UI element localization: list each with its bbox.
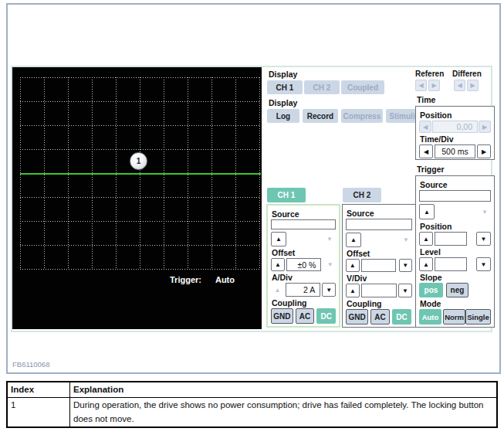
timediv-next-button[interactable]: ▶ — [477, 144, 491, 158]
trigger-position-down-button[interactable]: ▼ — [476, 232, 491, 246]
ch2-panel: Source ▲ ▼ Offset ▲ ▼ V/Div ▲ ▼ Coupling… — [342, 204, 416, 328]
explanation-column-header: Explanation — [70, 382, 498, 398]
trigger-source-down-button[interactable]: ▼ — [479, 206, 491, 217]
time-position-control: ◀ 0,00 ▶ — [419, 121, 491, 133]
display-ch2-button[interactable]: CH 2 — [304, 80, 340, 94]
ch2-tab-button[interactable]: CH 2 — [343, 188, 381, 202]
scope-display: 1 Trigger: Auto — [12, 67, 262, 329]
time-position-label: Position — [420, 110, 491, 120]
mode-single-button[interactable]: Single — [465, 309, 491, 325]
differen-prev-button[interactable]: ◀ — [454, 80, 465, 91]
down-arrow-icon: ▼ — [481, 236, 487, 243]
ch1-coupling-label: Coupling — [272, 298, 336, 308]
ch1-offset-down-button[interactable]: ▼ — [324, 260, 336, 270]
ch1-source-field[interactable] — [271, 219, 336, 229]
ch2-dc-button[interactable]: DC — [392, 309, 411, 325]
trigger-status: Trigger: Auto — [170, 275, 235, 284]
ch1-source-down-button[interactable]: ▼ — [323, 234, 336, 245]
scope-trace-line — [20, 173, 261, 175]
right-arrow-icon: ▶ — [431, 82, 436, 89]
time-position-prev-button[interactable]: ◀ — [419, 121, 431, 133]
ch2-offset-field[interactable] — [361, 259, 396, 272]
display-coupled-button[interactable]: Coupled — [341, 80, 384, 94]
ch1-dc-button[interactable]: DC — [316, 308, 336, 324]
ch2-ac-button[interactable]: AC — [370, 309, 390, 325]
ch1-offset-field[interactable]: ±0 % — [286, 258, 321, 271]
figure-caption: FB6110068 — [12, 360, 49, 369]
referen-next-button[interactable]: ▶ — [428, 80, 440, 91]
timediv-value[interactable]: 500 ms — [435, 144, 475, 158]
ch2-gnd-button[interactable]: GND — [346, 309, 368, 325]
trigger-level-label: Level — [420, 247, 491, 257]
timediv-control: ◀ 500 ms ▶ — [419, 144, 491, 158]
differen-next-button[interactable]: ▶ — [467, 80, 479, 91]
trigger-mode-control: Auto Norm Single — [419, 309, 491, 325]
ch2-coupling-label: Coupling — [347, 299, 412, 308]
up-arrow-icon: ▲ — [274, 287, 280, 294]
ch1-offset-up-button[interactable]: ▲ — [271, 258, 285, 271]
up-arrow-icon: ▲ — [423, 236, 429, 243]
up-arrow-icon: ▲ — [350, 236, 357, 243]
trigger-level-up-button[interactable]: ▲ — [419, 257, 433, 271]
trigger-position-label: Position — [420, 222, 491, 231]
up-arrow-icon: ▲ — [423, 261, 429, 268]
ch1-panel: Source ▲ ▼ Offset ▲ ±0 % ▼ A/Div ▲ 2 A ▼… — [266, 204, 340, 328]
index-column-header: Index — [7, 382, 70, 398]
compress-button[interactable]: Compress — [341, 109, 383, 123]
ch2-vdiv-field[interactable] — [361, 284, 397, 297]
ch1-adiv-field[interactable]: 2 A — [286, 283, 321, 297]
trigger-level-control: ▲ ▼ — [419, 257, 491, 271]
slope-neg-button[interactable]: neg — [446, 283, 468, 297]
ch1-ac-button[interactable]: AC — [296, 308, 315, 324]
record-button[interactable]: Record — [303, 109, 338, 123]
up-arrow-icon: ▲ — [276, 236, 282, 243]
trigger-source-up-button[interactable]: ▲ — [419, 204, 435, 219]
down-arrow-icon: ▼ — [326, 236, 333, 243]
down-arrow-icon: ▼ — [403, 236, 409, 243]
ch2-source-up-button[interactable]: ▲ — [346, 233, 361, 247]
ch1-source-up-button[interactable]: ▲ — [271, 232, 286, 246]
differen-label: Differen — [452, 70, 482, 78]
ch1-adiv-up-button[interactable]: ▲ — [271, 284, 284, 295]
left-arrow-icon: ◀ — [418, 82, 423, 89]
trigger-slope-label: Slope — [420, 273, 491, 282]
slope-pos-button[interactable]: pos — [419, 283, 443, 297]
trigger-position-field[interactable] — [435, 232, 467, 246]
trigger-source-field[interactable] — [419, 190, 491, 202]
ch2-offset-label: Offset — [347, 249, 412, 258]
ch1-tab-button[interactable]: CH 1 — [267, 188, 306, 202]
time-position-value[interactable]: 0,00 — [432, 121, 478, 133]
trigger-slope-control: pos neg — [419, 283, 491, 297]
ch1-adiv-label: A/Div — [272, 273, 336, 282]
ch2-vdiv-down-button[interactable]: ▼ — [398, 284, 412, 297]
trigger-position-up-button[interactable]: ▲ — [419, 232, 433, 246]
ch2-source-down-button[interactable]: ▼ — [400, 235, 412, 246]
ch2-vdiv-up-button[interactable]: ▲ — [346, 284, 360, 297]
time-position-next-button[interactable]: ▶ — [479, 121, 491, 133]
marker-label: 1 — [137, 157, 141, 165]
ch1-adiv-down-button[interactable]: ▼ — [322, 283, 336, 297]
time-section-label: Time — [417, 95, 435, 104]
trigger-status-label: Trigger: — [170, 275, 201, 284]
referen-prev-button[interactable]: ◀ — [415, 80, 427, 91]
trigger-box: Source ▲ ▼ Position ▲ ▼ Level ▲ ▼ Slope … — [415, 175, 495, 328]
trigger-status-value: Auto — [215, 275, 235, 284]
left-arrow-icon: ◀ — [457, 82, 462, 89]
ch2-offset-up-button[interactable]: ▲ — [346, 259, 360, 272]
stimuli-button[interactable]: Stimuli — [386, 109, 418, 123]
ch1-gnd-button[interactable]: GND — [271, 308, 293, 324]
ch2-source-field[interactable] — [346, 219, 412, 230]
up-arrow-icon: ▲ — [350, 287, 356, 294]
up-arrow-icon: ▲ — [275, 261, 281, 268]
ch1-offset-control: ▲ ±0 % ▼ — [271, 258, 336, 271]
referen-label: Referen — [415, 70, 444, 78]
mode-auto-button[interactable]: Auto — [419, 309, 441, 325]
log-button[interactable]: Log — [267, 109, 299, 123]
ch2-offset-control: ▲ ▼ — [346, 259, 412, 272]
display-ch1-button[interactable]: CH 1 — [267, 80, 303, 94]
trigger-level-down-button[interactable]: ▼ — [476, 257, 491, 271]
ch2-offset-down-button[interactable]: ▼ — [399, 259, 413, 272]
trigger-level-field[interactable] — [435, 257, 467, 271]
timediv-prev-button[interactable]: ◀ — [419, 144, 433, 158]
mode-norm-button[interactable]: Norm — [443, 309, 465, 325]
